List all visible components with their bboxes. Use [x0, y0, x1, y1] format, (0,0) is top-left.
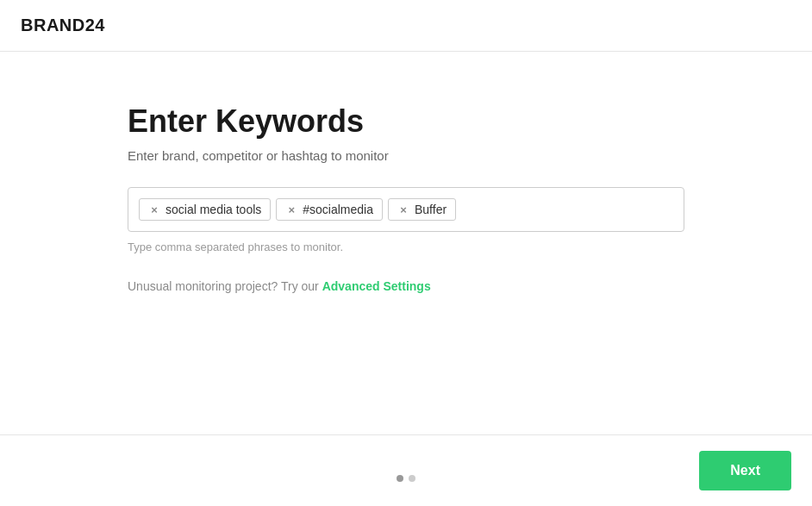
keyword-tag: ×social media tools	[139, 198, 271, 221]
keyword-tag-label: social media tools	[166, 203, 261, 216]
page-title: Enter Keywords	[128, 103, 684, 140]
pagination-dot-active	[397, 475, 403, 482]
keyword-tag-remove[interactable]: ×	[285, 203, 297, 216]
keyword-tag-remove[interactable]: ×	[397, 203, 409, 216]
page-subtitle: Enter brand, competitor or hashtag to mo…	[128, 148, 684, 163]
input-hint: Type comma separated phrases to monitor.	[128, 241, 684, 253]
advanced-settings-prefix: Unusual monitoring project? Try our	[128, 279, 322, 293]
keyword-tag-label: #socialmedia	[303, 203, 373, 216]
keywords-input-container[interactable]: ×social media tools×#socialmedia×Buffer	[128, 187, 684, 232]
keyword-tag-label: Buffer	[415, 203, 447, 216]
pagination-dots	[397, 475, 415, 482]
keywords-text-input[interactable]	[461, 203, 673, 216]
pagination-dot-inactive	[409, 475, 415, 482]
next-button[interactable]: Next	[699, 451, 791, 490]
keyword-tag-remove[interactable]: ×	[148, 203, 160, 216]
brand-logo: BRAND24	[21, 16, 105, 34]
keyword-tag: ×#socialmedia	[276, 198, 383, 221]
advanced-settings-link[interactable]: Advanced Settings	[322, 279, 431, 293]
app-header: BRAND24	[0, 0, 812, 52]
app-footer: Next	[0, 434, 812, 506]
main-content: Enter Keywords Enter brand, competitor o…	[0, 52, 812, 293]
advanced-settings-row: Unusual monitoring project? Try our Adva…	[128, 279, 684, 293]
keyword-tag: ×Buffer	[388, 198, 456, 221]
